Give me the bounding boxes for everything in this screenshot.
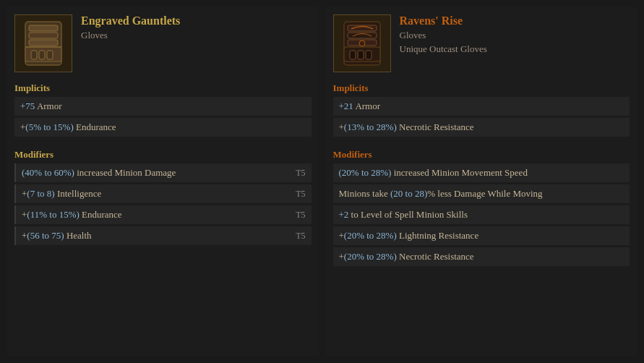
- left-implicit-1: +(5% to 15%) Endurance: [14, 118, 312, 137]
- left-modifier-3-tier: T5: [296, 231, 305, 242]
- svg-rect-15: [358, 51, 364, 59]
- left-item-name: Engraved Gauntlets: [81, 14, 180, 27]
- left-implicit-0-text: +75 Armor: [20, 101, 306, 112]
- right-modifier-4: +(20% to 28%) Necrotic Resistance: [333, 247, 630, 266]
- left-item-image: [14, 14, 72, 72]
- left-modifier-0: (40% to 60%) increased Minion Damage T5: [14, 163, 312, 182]
- left-modifier-2-text: +(11% to 15%) Endurance: [22, 209, 290, 221]
- right-implicit-1: +(13% to 28%) Necrotic Resistance: [333, 118, 630, 137]
- right-implicit-1-text: +(13% to 28%) Necrotic Resistance: [339, 121, 624, 133]
- svg-rect-3: [29, 40, 58, 46]
- svg-rect-5: [31, 51, 37, 59]
- right-modifier-3: +(20% to 28%) Lightning Resistance: [333, 226, 630, 245]
- left-modifier-1-text: +(7 to 8) Intelligence: [22, 188, 290, 200]
- right-item-subtype: Unique Outcast Gloves: [400, 43, 487, 55]
- right-item-icon: [337, 18, 387, 69]
- left-modifier-3-text: +(56 to 75) Health: [22, 230, 290, 242]
- right-modifiers-label: Modifiers: [333, 149, 630, 161]
- right-modifier-0-text: (20% to 28%) increased Minion Movement S…: [339, 167, 624, 179]
- left-modifier-3: +(56 to 75) Health T5: [14, 226, 312, 245]
- left-modifiers-label: Modifiers: [14, 149, 312, 161]
- left-implicits-label: Implicits: [14, 82, 312, 94]
- right-modifier-4-text: +(20% to 28%) Necrotic Resistance: [339, 251, 624, 262]
- left-modifier-2: +(11% to 15%) Endurance T5: [14, 205, 312, 224]
- right-implicits-label: Implicits: [333, 82, 630, 94]
- right-modifier-1: Minions take (20 to 28)% less Damage Whi…: [333, 184, 630, 203]
- left-modifier-2-tier: T5: [296, 210, 305, 221]
- left-modifier-0-tier: T5: [296, 168, 305, 179]
- right-gap-1: [333, 139, 630, 146]
- right-modifier-0: (20% to 28%) increased Minion Movement S…: [333, 163, 630, 182]
- left-modifier-0-text: (40% to 60%) increased Minion Damage: [22, 167, 290, 179]
- left-item-type: Gloves: [81, 30, 180, 41]
- right-item-image: [333, 14, 391, 72]
- svg-rect-7: [47, 51, 53, 59]
- svg-point-17: [359, 40, 365, 46]
- svg-rect-2: [29, 33, 58, 38]
- right-implicit-0-text: +21 Armor: [339, 101, 624, 112]
- left-implicit-1-text: +(5% to 15%) Endurance: [20, 121, 306, 133]
- left-item-header: Engraved Gauntlets Gloves: [14, 14, 312, 72]
- right-modifier-3-text: +(20% to 28%) Lightning Resistance: [339, 230, 624, 242]
- svg-rect-14: [350, 51, 356, 59]
- right-implicit-0: +21 Armor: [333, 97, 630, 116]
- right-modifier-2: +2 to Level of Spell Minion Skills: [333, 205, 630, 224]
- svg-rect-1: [29, 25, 58, 31]
- right-item-info: Ravens' Rise Gloves Unique Outcast Glove…: [400, 14, 487, 55]
- left-implicit-0: +75 Armor: [14, 97, 312, 116]
- right-item-header: Ravens' Rise Gloves Unique Outcast Glove…: [333, 14, 630, 72]
- right-item-name: Ravens' Rise: [400, 14, 487, 27]
- left-panel: Engraved Gauntlets Gloves Implicits +75 …: [7, 7, 319, 356]
- right-modifier-2-text: +2 to Level of Spell Minion Skills: [339, 209, 624, 221]
- right-modifier-1-text: Minions take (20 to 28)% less Damage Whi…: [339, 188, 624, 200]
- main-container: Engraved Gauntlets Gloves Implicits +75 …: [0, 0, 644, 363]
- left-modifier-1-tier: T5: [296, 189, 305, 200]
- left-gap-1: [14, 139, 312, 146]
- right-panel: Ravens' Rise Gloves Unique Outcast Glove…: [326, 7, 637, 356]
- left-item-icon: [18, 18, 69, 69]
- svg-rect-16: [366, 51, 372, 59]
- right-item-type: Gloves: [400, 30, 487, 41]
- left-modifier-1: +(7 to 8) Intelligence T5: [14, 184, 312, 203]
- svg-rect-6: [39, 51, 45, 59]
- left-item-info: Engraved Gauntlets Gloves: [81, 14, 180, 41]
